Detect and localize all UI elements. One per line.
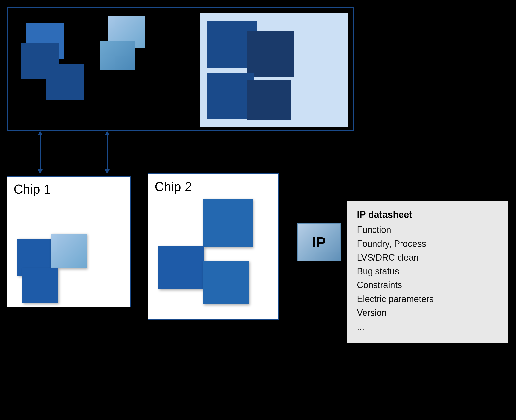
- ip-datasheet-items: FunctionFoundry, ProcessLVS/DRC cleanBug…: [357, 223, 498, 334]
- ip-datasheet-item: Function: [357, 223, 498, 237]
- chip1-label: Chip 1: [14, 182, 51, 196]
- ip-datasheet-item: Constraints: [357, 278, 498, 292]
- arrow-left: [40, 134, 41, 171]
- ip-block-label: IP: [312, 234, 326, 251]
- light-sq-2: [100, 41, 135, 70]
- chip2-label: Chip 2: [155, 179, 192, 194]
- c1-sq-2: [51, 234, 87, 268]
- right-chip-panel: [200, 13, 348, 127]
- rp-sq-2: [247, 31, 294, 77]
- ip-datasheet-panel: IP datasheet FunctionFoundry, ProcessLVS…: [347, 201, 508, 343]
- rp-sq-4: [247, 80, 291, 120]
- top-container-box: [7, 7, 354, 131]
- ip-datasheet-item: Bug status: [357, 264, 498, 278]
- c2-sq-1: [203, 199, 253, 247]
- c1-sq-3: [22, 268, 58, 303]
- ip-datasheet-item: Version: [357, 306, 498, 320]
- chip1-box: Chip 1: [7, 176, 131, 307]
- ip-datasheet-title: IP datasheet: [357, 209, 498, 220]
- ip-datasheet-item: Foundry, Process: [357, 237, 498, 251]
- arrow-mid: [107, 134, 108, 171]
- c2-sq-2: [158, 246, 204, 289]
- mid-chip-cluster: [100, 16, 152, 73]
- ip-datasheet-item: ...: [357, 320, 498, 334]
- ip-datasheet-item: LVS/DRC clean: [357, 251, 498, 265]
- c2-sq-3: [203, 261, 249, 304]
- ip-block: IP: [297, 223, 341, 261]
- chip2-box: Chip 2: [148, 173, 279, 320]
- cluster-sq-3: [46, 64, 84, 100]
- left-chip-cluster: [21, 23, 98, 108]
- ip-datasheet-item: Electric parameters: [357, 292, 498, 306]
